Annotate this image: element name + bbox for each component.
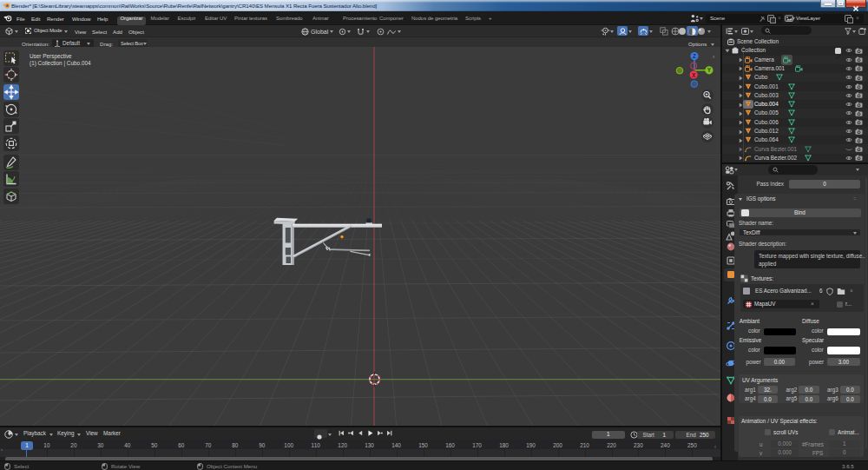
svg-text:Z: Z [693,53,696,59]
svg-text:Y: Y [707,67,712,73]
svg-text:X: X [692,72,696,78]
